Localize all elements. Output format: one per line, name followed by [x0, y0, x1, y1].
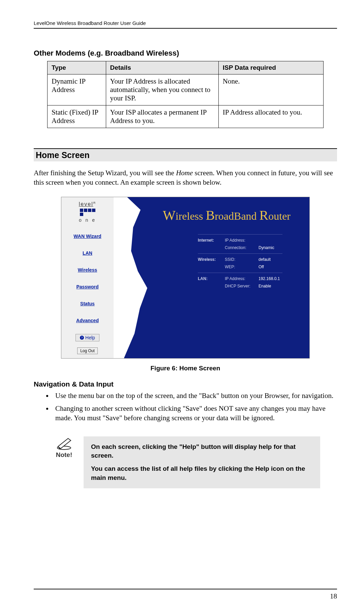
label-lan: LAN:: [198, 276, 225, 281]
th-type: Type: [48, 61, 106, 74]
label-wep: WEP:: [225, 265, 259, 269]
status-wireless: Wireless: SSID: default WEP: Off: [198, 254, 282, 273]
title-w: W: [163, 208, 176, 223]
title-r: R: [260, 208, 269, 223]
router-screenshot: levelR o n e WAN Wizard LAN Wireless Pas…: [61, 197, 310, 359]
value-lan-ip: 192.168.0.1: [259, 276, 299, 281]
note-p1: On each screen, clicking the "Help" butt…: [91, 442, 313, 460]
cell-isp: None.: [218, 74, 323, 105]
nav-password[interactable]: Password: [76, 284, 98, 289]
router-title: Wireless BroadBand Router: [154, 207, 299, 223]
label-ip: IP Address:: [225, 238, 259, 243]
title-outer: outer: [268, 210, 291, 222]
router-sidebar: levelR o n e WAN Wizard LAN Wireless Pas…: [61, 197, 114, 358]
nav-status[interactable]: Status: [80, 301, 95, 306]
logo-blocks: [79, 209, 97, 216]
heading-navigation: Navigation & Data Input: [34, 380, 337, 388]
intro-italic: Home: [176, 169, 193, 177]
help-icon: ?: [80, 336, 84, 340]
help-button[interactable]: ? Help: [75, 334, 99, 341]
value-internet-ip: [259, 238, 299, 243]
help-label: Help: [85, 335, 95, 340]
value-ssid: default: [259, 257, 299, 262]
label-dhcp: DHCP Server:: [225, 284, 259, 288]
note-block: Note! On each screen, clicking the "Help…: [51, 436, 320, 488]
navigation-bullets: Use the menu bar on the top of the scree…: [34, 391, 337, 423]
cell-details: Your ISP allocates a permanent IP Addres…: [106, 105, 218, 128]
router-main: Wireless BroadBand Router Internet: IP A…: [114, 197, 309, 358]
status-lan: LAN: IP Address: 192.168.0.1 DHCP Server…: [198, 273, 282, 292]
label-wireless: Wireless:: [198, 257, 225, 262]
th-isp: ISP Data required: [218, 61, 323, 74]
title-roadband: roadBand: [215, 210, 259, 222]
list-item: Changing to another screen without click…: [53, 404, 337, 423]
nav-wireless[interactable]: Wireless: [78, 267, 97, 273]
table-row: Static (Fixed) IP Address Your ISP alloc…: [48, 105, 324, 128]
label-ssid: SSID:: [225, 257, 259, 262]
value-connection: Dynamic: [259, 245, 299, 250]
note-icon: Note!: [51, 436, 78, 459]
value-wep: Off: [259, 265, 299, 269]
list-item: Use the menu bar on the top of the scree…: [53, 391, 337, 400]
intro-text: After finishing the Setup Wizard, you wi…: [34, 169, 176, 177]
logo-text-top: level: [79, 201, 93, 207]
value-dhcp: Enable: [259, 284, 299, 288]
note-label: Note!: [56, 451, 72, 458]
note-p2: You can access the list of all help file…: [91, 464, 313, 482]
cell-type: Static (Fixed) IP Address: [48, 105, 106, 128]
logout-button[interactable]: Log Out: [77, 347, 98, 354]
logo: levelR o n e: [79, 201, 97, 223]
nav-wan-wizard[interactable]: WAN Wizard: [73, 234, 101, 239]
title-b: B: [206, 208, 215, 223]
table-row: Dynamic IP Address Your IP Address is al…: [48, 74, 324, 105]
figure-caption: Figure 6: Home Screen: [34, 365, 337, 372]
status-internet: Internet: IP Address: Connection: Dynami…: [198, 234, 282, 254]
cell-isp: IP Address allocated to you.: [218, 105, 323, 128]
nav-advanced[interactable]: Advanced: [76, 318, 99, 323]
status-grid: Internet: IP Address: Connection: Dynami…: [198, 234, 282, 292]
home-intro: After finishing the Setup Wizard, you wi…: [34, 168, 337, 187]
cell-details: Your IP Address is allocated automatical…: [106, 74, 218, 105]
logo-sup: R: [93, 201, 96, 205]
pencil-note-icon: [55, 436, 73, 450]
cell-type: Dynamic IP Address: [48, 74, 106, 105]
logo-text-bottom: o n e: [79, 217, 97, 223]
note-text: On each screen, clicking the "Help" butt…: [84, 436, 320, 488]
modem-table: Type Details ISP Data required Dynamic I…: [47, 61, 324, 128]
label-lan-ip: IP Address:: [225, 276, 259, 281]
th-details: Details: [106, 61, 218, 74]
page-footer: 18: [34, 589, 337, 601]
title-ireless: ireless: [176, 210, 206, 222]
heading-other-modems: Other Modems (e.g. Broadband Wireless): [34, 49, 337, 58]
heading-home-screen: Home Screen: [34, 148, 337, 161]
page-number: 18: [34, 592, 337, 601]
label-connection: Connection:: [225, 245, 259, 250]
nav-lan[interactable]: LAN: [83, 250, 92, 256]
label-internet: Internet:: [198, 238, 225, 243]
running-header: LevelOne Wireless Broadband Router User …: [34, 20, 337, 29]
